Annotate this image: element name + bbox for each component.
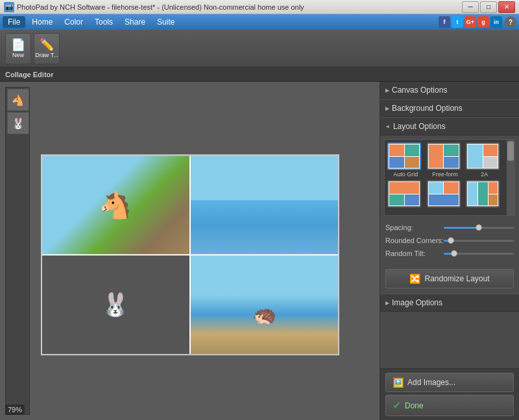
random-tilt-row: Random Tilt:	[385, 250, 514, 257]
new-label: New	[12, 52, 24, 58]
layout-scroll-area: Auto Grid Free-form	[384, 139, 515, 216]
random-tilt-label: Random Tilt:	[385, 250, 444, 257]
google-icon[interactable]: g	[477, 16, 489, 28]
minimize-button[interactable]: ─	[462, 1, 479, 13]
title-bar-text: PhotoPad by NCH Software - filehorse-tes…	[17, 3, 304, 11]
spacing-label: Spacing:	[385, 224, 444, 231]
layout-label-2a: 2A	[466, 171, 503, 178]
sliders-section: Spacing: Rounded Corners: Random Tilt:	[380, 220, 519, 266]
rounded-corners-slider[interactable]	[444, 240, 514, 242]
collage-editor-label: Collage Editor	[5, 71, 54, 78]
help-button[interactable]: ?	[505, 16, 516, 28]
layout-grid: Auto Grid Free-form	[387, 143, 512, 209]
title-bar-left: 📷 PhotoPad by NCH Software - filehorse-t…	[4, 2, 304, 12]
menu-item-share[interactable]: Share	[119, 16, 151, 28]
menu-item-home[interactable]: Home	[27, 16, 58, 28]
title-bar-controls: ─ □ ✕	[462, 1, 515, 13]
image-options-header[interactable]: ▶ Image Options	[380, 294, 519, 312]
layout-item-2a[interactable]: 2A	[466, 143, 503, 178]
layout-options-label: Layout Options	[393, 122, 446, 131]
close-button[interactable]: ✕	[498, 1, 515, 13]
toolbar: 📄 New ✏️ Draw T...	[0, 30, 519, 67]
layout-scrollbar[interactable]	[507, 140, 514, 215]
random-tilt-thumb[interactable]	[451, 250, 457, 257]
menu-item-tools[interactable]: Tools	[90, 16, 118, 28]
layout-label-freeform: Free-form	[427, 171, 464, 178]
draw-icon: ✏️	[40, 39, 54, 51]
new-icon: 📄	[11, 39, 25, 51]
menu-item-file[interactable]: File	[3, 16, 25, 28]
linkedin-icon[interactable]: in	[490, 16, 502, 28]
randomize-label: Randomize Layout	[424, 274, 489, 283]
add-images-label: Add Images...	[407, 378, 455, 387]
collage-cell-beach[interactable]	[191, 156, 338, 254]
image-options-label: Image Options	[392, 298, 442, 307]
randomize-icon: 🔀	[409, 274, 420, 284]
draw-button[interactable]: ✏️ Draw T...	[34, 33, 60, 64]
rounded-corners-label: Rounded Corners:	[385, 237, 444, 244]
randomize-layout-button[interactable]: 🔀 Randomize Layout	[385, 269, 514, 288]
google-plus-icon[interactable]: G+	[465, 16, 476, 28]
sub-toolbar: Collage Editor	[0, 67, 519, 82]
add-images-button[interactable]: 🖼️ Add Images...	[385, 373, 514, 392]
background-options-label: Background Options	[392, 104, 463, 113]
collage-grid	[42, 156, 338, 354]
menu-right: f t G+ g in ?	[439, 16, 516, 28]
layout-options-header[interactable]: ▼ Layout Options	[380, 117, 519, 135]
background-options-chevron: ▶	[385, 106, 389, 111]
layout-item-auto-grid[interactable]: Auto Grid	[387, 143, 424, 178]
draw-label: Draw T...	[35, 52, 58, 58]
canvas-options-header[interactable]: ▶ Canvas Options	[380, 82, 519, 99]
canvas-options-chevron: ▶	[385, 88, 389, 93]
add-images-icon: 🖼️	[392, 377, 404, 388]
app-icon: 📷	[4, 2, 14, 12]
background-options-header[interactable]: ▶ Background Options	[380, 99, 519, 117]
layout-options-content: Auto Grid Free-form	[380, 135, 519, 220]
layout-item-r2[interactable]	[387, 180, 424, 209]
spacing-row: Spacing:	[385, 224, 514, 231]
scrollbar-thumb[interactable]	[507, 141, 514, 161]
bottom-buttons: 🖼️ Add Images... ✔ Done	[380, 368, 519, 420]
collage-canvas	[41, 154, 339, 355]
title-bar: 📷 PhotoPad by NCH Software - filehorse-t…	[0, 0, 519, 14]
menu-item-suite[interactable]: Suite	[152, 16, 180, 28]
maximize-button[interactable]: □	[480, 1, 497, 13]
layout-item-freeform[interactable]: Free-form	[427, 143, 464, 178]
layout-item-r4[interactable]	[466, 180, 503, 209]
layout-label-auto-grid: Auto Grid	[387, 171, 424, 178]
done-label: Done	[405, 401, 424, 410]
collage-cell-horse[interactable]	[42, 156, 189, 254]
spacing-thumb[interactable]	[476, 224, 482, 231]
menu-bar: File Home Color Tools Share Suite f t G+…	[0, 14, 519, 30]
thumbnail-horse[interactable]: 🐴	[7, 89, 29, 111]
new-button[interactable]: 📄 New	[5, 33, 31, 64]
main-layout: 🐴 🐰 79% ▶ Canvas Options ▶ Background Op…	[0, 82, 519, 420]
rounded-corners-thumb[interactable]	[448, 237, 454, 244]
spacing-slider[interactable]	[444, 227, 514, 229]
canvas-options-label: Canvas Options	[392, 86, 447, 95]
twitter-icon[interactable]: t	[452, 16, 463, 28]
random-tilt-slider[interactable]	[444, 253, 514, 255]
spacer	[380, 312, 519, 368]
menu-item-color[interactable]: Color	[59, 16, 88, 28]
social-icons: f t G+ g in	[439, 16, 502, 28]
layout-item-r3[interactable]	[427, 180, 464, 209]
facebook-icon[interactable]: f	[439, 16, 450, 28]
spacing-fill	[444, 227, 479, 229]
thumbnail-rabbit[interactable]: 🐰	[7, 112, 29, 134]
done-check-icon: ✔	[392, 399, 401, 412]
rounded-corners-row: Rounded Corners:	[385, 237, 514, 244]
zoom-indicator: 79%	[5, 404, 25, 415]
done-button[interactable]: ✔ Done	[385, 395, 514, 416]
collage-cell-urchin[interactable]	[191, 255, 338, 354]
canvas-area: 🐴 🐰 79%	[0, 82, 380, 420]
image-options-chevron: ▶	[385, 300, 389, 306]
layout-options-chevron: ▼	[385, 124, 391, 129]
thumbnail-strip: 🐴 🐰	[5, 87, 30, 415]
collage-cell-rabbit[interactable]	[42, 255, 189, 354]
right-panel: ▶ Canvas Options ▶ Background Options ▼ …	[380, 82, 519, 420]
